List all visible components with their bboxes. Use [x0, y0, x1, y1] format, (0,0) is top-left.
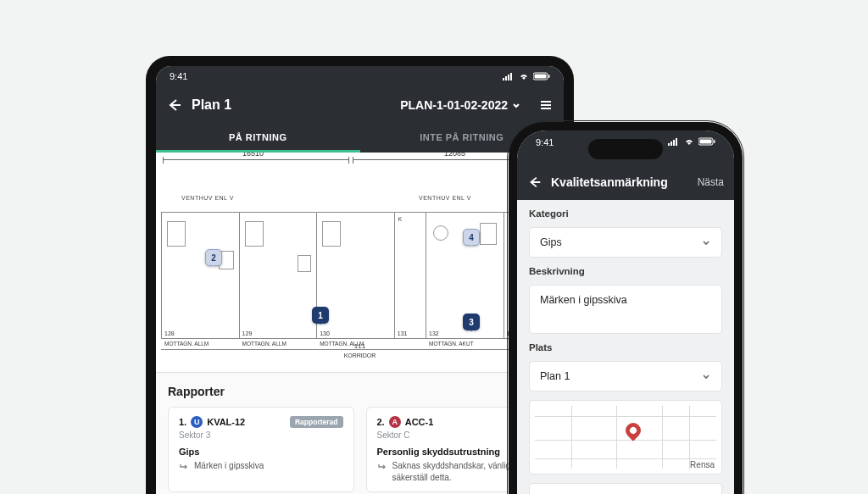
svg-rect-3	[510, 73, 512, 80]
korridor-line	[161, 349, 559, 350]
select-sektor[interactable]: Sektor	[529, 483, 722, 494]
report-cards: 1. U KVAL-12 Rapporterad Sektor 3 Gips M…	[168, 407, 552, 492]
location-map[interactable]: Rensa	[529, 400, 722, 475]
select-kategori[interactable]: Gips	[529, 227, 722, 258]
phone-device: 9:41 Kvalitetsanmärkning Nästa Kategori …	[509, 122, 743, 494]
select-plats[interactable]: Plan 1	[529, 361, 722, 391]
clear-location-button[interactable]: Rensa	[690, 460, 715, 469]
signal-icon	[503, 72, 515, 80]
wifi-icon	[683, 137, 695, 146]
room: 129 MOTTAGN. ALLM	[240, 212, 318, 339]
tab-on-drawing[interactable]: PÅ RITNING	[156, 124, 360, 153]
report-type-icon: A	[389, 416, 401, 428]
floorplan-pin[interactable]: 2	[205, 249, 222, 266]
tablet-titlebar: Plan 1 PLAN-1-01-02-2022	[156, 86, 564, 124]
battery-icon	[533, 72, 550, 80]
room: 131 K	[395, 212, 426, 339]
svg-rect-8	[670, 142, 672, 146]
report-index: 2.	[377, 417, 385, 427]
rooms-row: 128 MOTTAGN. ALLM 129 MOTTAGN. ALLM 130 …	[161, 212, 559, 339]
document-name: PLAN-1-01-02-2022	[400, 98, 508, 112]
chevron-down-icon	[701, 237, 711, 247]
wifi-icon	[518, 72, 530, 80]
page-title: Kvalitetsanmärkning	[551, 175, 668, 189]
select-plats-value: Plan 1	[540, 370, 570, 382]
reply-icon	[179, 461, 189, 471]
report-code: KVAL-12	[207, 417, 245, 427]
reports-heading: Rapporter	[168, 385, 552, 398]
status-time: 9:41	[536, 137, 554, 147]
drawing-tabs: PÅ RITNING INTE PÅ RITNING	[156, 124, 564, 153]
status-icons	[503, 72, 550, 80]
report-code: ACC-1	[405, 417, 434, 427]
floorplan-pin[interactable]: 4	[463, 229, 480, 246]
back-button[interactable]	[166, 97, 183, 114]
floorplan-pin[interactable]: 1	[312, 307, 329, 324]
label-beskrivning: Beskrivning	[529, 266, 722, 276]
chevron-down-icon	[701, 371, 711, 381]
page-title: Plan 1	[192, 97, 231, 113]
svg-rect-12	[700, 140, 712, 144]
svg-rect-7	[668, 143, 670, 146]
svg-rect-0	[503, 78, 504, 80]
tablet-screen: 9:41 Plan 1 PLAN-1-01-02-2022 PÅ RITNING	[156, 66, 564, 494]
svg-rect-9	[673, 140, 675, 146]
chevron-down-icon	[511, 100, 521, 110]
next-button[interactable]: Nästa	[698, 176, 724, 188]
svg-rect-13	[714, 140, 715, 143]
report-category: Gips	[179, 447, 343, 457]
vent-label-1: VENTHUV ENL V	[181, 195, 234, 201]
reports-section: Rapporter 1. U KVAL-12 Rapporterad Sekto…	[156, 373, 564, 494]
dimension-right: 12085	[442, 153, 467, 158]
phone-titlebar: Kvalitetsanmärkning Nästa	[517, 164, 734, 200]
room: 128 MOTTAGN. ALLM	[161, 212, 240, 339]
svg-rect-10	[676, 138, 677, 146]
status-badge: Rapporterad	[290, 416, 343, 428]
report-sector: Sektor 3	[179, 430, 343, 440]
report-type-icon: U	[191, 416, 203, 428]
status-icons	[668, 137, 715, 146]
status-time: 9:41	[170, 71, 187, 81]
phone-notch	[588, 139, 663, 159]
svg-rect-1	[505, 76, 507, 80]
reply-icon	[377, 461, 387, 471]
svg-rect-5	[535, 75, 547, 79]
battery-icon	[698, 137, 715, 146]
menu-button[interactable]	[538, 97, 554, 113]
mini-floorplan	[535, 406, 716, 469]
back-button[interactable]	[527, 175, 542, 190]
label-kategori: Kategori	[529, 208, 722, 219]
floorplan-viewer[interactable]: 16510 12085 VENTHUV ENL V VENTHUV ENL V …	[156, 153, 564, 373]
input-beskrivning-value: Märken i gipsskiva	[540, 294, 627, 306]
dimension-left: 16510	[241, 153, 265, 158]
floorplan-pin[interactable]: 3	[463, 314, 480, 330]
svg-rect-6	[548, 75, 550, 78]
report-description: Märken i gipsskiva	[194, 460, 264, 472]
dimension-row: 16510 12085	[156, 159, 564, 176]
input-beskrivning[interactable]: Märken i gipsskiva	[529, 285, 722, 334]
report-card[interactable]: 1. U KVAL-12 Rapporterad Sektor 3 Gips M…	[168, 407, 354, 492]
signal-icon	[668, 137, 680, 146]
svg-rect-2	[508, 75, 509, 80]
label-plats: Plats	[529, 342, 722, 352]
tablet-status-bar: 9:41	[156, 66, 564, 86]
phone-screen: 9:41 Kvalitetsanmärkning Nästa Kategori …	[517, 130, 734, 494]
quality-form: Kategori Gips Beskrivning Märken i gipss…	[517, 200, 734, 494]
korridor-label: KORRIDOR	[344, 352, 376, 358]
document-selector[interactable]: PLAN-1-01-02-2022	[400, 98, 521, 112]
vent-label-2: VENTHUV ENL V	[419, 195, 471, 201]
report-index: 1.	[179, 417, 186, 427]
select-kategori-value: Gips	[540, 236, 562, 248]
